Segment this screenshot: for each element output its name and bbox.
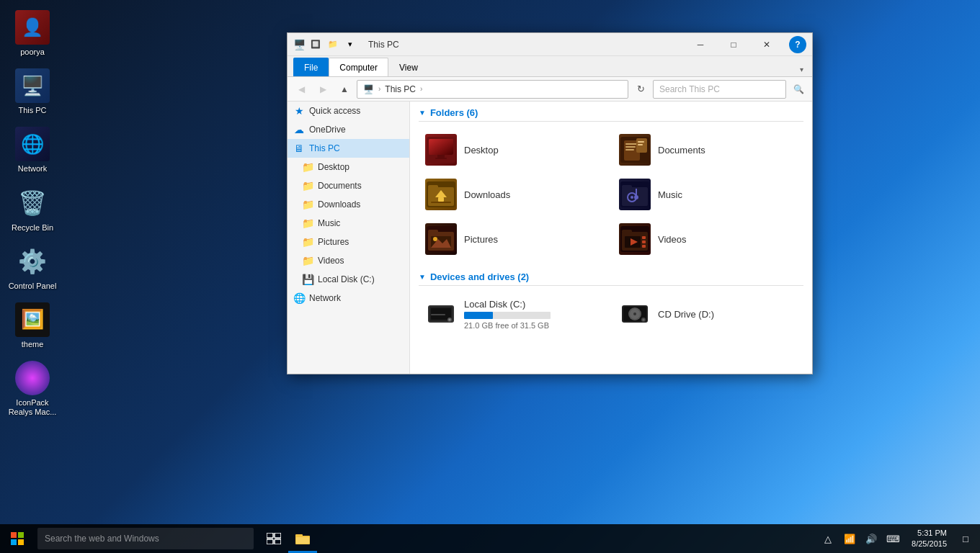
help-button[interactable]: ? xyxy=(789,36,806,53)
search-button[interactable]: 🔍 xyxy=(789,80,808,99)
sidebar-item-network[interactable]: 🌐 Network xyxy=(288,289,409,307)
svg-rect-18 xyxy=(431,202,451,203)
sidebar-item-pictures[interactable]: 📁 Pictures xyxy=(288,233,409,251)
this-pc-icon: 🖥 xyxy=(293,143,305,154)
sidebar-label-network: Network xyxy=(309,293,341,303)
folder-item-documents[interactable]: Documents xyxy=(612,129,803,171)
address-bar: ◀ ▶ ▲ 🖥️ › This PC › ↻ 🔍 xyxy=(288,77,812,102)
notifications-icon[interactable]: △ xyxy=(819,530,837,547)
svg-rect-54 xyxy=(18,532,24,538)
folder-item-downloads[interactable]: Downloads xyxy=(419,174,610,215)
main-content: ▼ Folders (6) xyxy=(410,102,812,374)
path-this-pc: This PC xyxy=(385,84,416,94)
sidebar-item-documents[interactable]: 📁 Documents xyxy=(288,176,409,195)
qa-properties-icon[interactable]: 🔲 xyxy=(308,37,324,53)
task-view-button[interactable] xyxy=(259,524,288,553)
ribbon-expand-icon[interactable]: ▾ xyxy=(797,63,806,76)
svg-rect-59 xyxy=(267,539,273,544)
up-button[interactable]: ▲ xyxy=(335,80,354,99)
desktop-icon-control-panel[interactable]: ⚙️ Control Panel xyxy=(4,241,61,294)
desktop-icon-label-control-panel: Control Panel xyxy=(9,282,57,291)
address-path[interactable]: 🖥️ › This PC › xyxy=(357,80,628,99)
music-folder-icon: 📁 xyxy=(302,217,313,229)
taskbar-middle xyxy=(259,524,317,553)
desktop-icon-poorya[interactable]: 👤 poorya xyxy=(4,7,61,60)
ribbon: File Computer View ▾ xyxy=(288,56,812,77)
sidebar-item-quick-access[interactable]: ★ Quick access xyxy=(288,102,409,120)
drives-section-header[interactable]: ▼ Devices and drives (2) xyxy=(419,271,803,286)
folder-item-music[interactable]: Music xyxy=(612,174,803,215)
svg-rect-53 xyxy=(11,532,17,538)
sidebar-item-videos[interactable]: 📁 Videos xyxy=(288,251,409,270)
folder-label-videos: Videos xyxy=(658,234,687,245)
sidebar-item-downloads[interactable]: 📁 Downloads xyxy=(288,195,409,214)
taskbar: △ 📶 🔊 ⌨ 5:31 PM 8/25/2015 □ xyxy=(0,524,980,553)
local-disk-c-bar-fill xyxy=(464,312,493,319)
pictures-folder-icon: 📁 xyxy=(302,236,313,248)
sidebar-label-videos: Videos xyxy=(318,256,344,266)
close-button[interactable]: ✕ xyxy=(750,33,783,56)
svg-rect-17 xyxy=(438,197,444,202)
svg-rect-28 xyxy=(428,230,438,233)
window-icon: 🖥️ xyxy=(293,39,305,50)
local-disk-c-bar-container xyxy=(464,312,551,319)
network-status-icon[interactable]: 📶 xyxy=(841,530,858,547)
downloads-folder-thumbnail xyxy=(425,179,457,210)
drive-item-local-disk-c[interactable]: Local Disk (C:) 21.0 GB free of 31.5 GB xyxy=(419,293,610,335)
action-center-icon[interactable]: □ xyxy=(957,530,974,547)
videos-folder-thumbnail xyxy=(619,223,651,255)
desktop-icon-label-iconpack: IconPackRealys Mac... xyxy=(9,398,57,417)
desktop-folder-thumbnail xyxy=(425,134,457,166)
desktop-icons-container: 👤 poorya 🖥️ This PC 🌐 Network 🗑️ Recycle… xyxy=(0,0,65,433)
desktop-icon-network[interactable]: 🌐 Network xyxy=(4,124,61,176)
ribbon-tabs: File Computer View ▾ xyxy=(288,56,812,76)
explorer-window: 🖥️ 🔲 📁 ▾ This PC ─ □ ✕ ? File Computer V… xyxy=(287,32,813,374)
sidebar-item-onedrive[interactable]: ☁ OneDrive xyxy=(288,120,409,139)
taskbar-clock[interactable]: 5:31 PM 8/25/2015 xyxy=(906,528,953,550)
forward-button[interactable]: ▶ xyxy=(313,80,332,99)
sidebar-label-this-pc: This PC xyxy=(309,143,340,153)
sidebar-label-pictures: Pictures xyxy=(318,237,349,247)
desktop-icon-this-pc[interactable]: 🖥️ This PC xyxy=(4,66,61,118)
desktop-icon-label-this-pc: This PC xyxy=(18,106,46,115)
sidebar-item-this-pc[interactable]: 🖥 This PC xyxy=(288,139,409,158)
tab-computer[interactable]: Computer xyxy=(329,58,388,76)
keyboard-icon[interactable]: ⌨ xyxy=(884,530,901,547)
tab-view[interactable]: View xyxy=(388,58,429,76)
back-button[interactable]: ◀ xyxy=(292,80,311,99)
folders-section-header[interactable]: ▼ Folders (6) xyxy=(419,107,803,122)
tab-file[interactable]: File xyxy=(293,58,329,76)
drives-chevron-icon: ▼ xyxy=(419,273,426,281)
sidebar-item-local-disk[interactable]: 💾 Local Disk (C:) xyxy=(288,270,409,289)
qa-newitem-icon[interactable]: 📁 xyxy=(325,37,341,53)
folders-section-title: Folders (6) xyxy=(430,107,478,118)
folder-item-videos[interactable]: Videos xyxy=(612,218,803,260)
sidebar-item-desktop[interactable]: 📁 Desktop xyxy=(288,158,409,176)
svg-rect-21 xyxy=(622,185,632,189)
svg-rect-4 xyxy=(435,158,447,159)
search-input[interactable] xyxy=(653,80,786,99)
svg-point-44 xyxy=(449,319,451,321)
maximize-button[interactable]: □ xyxy=(717,33,750,56)
sidebar-item-music[interactable]: 📁 Music xyxy=(288,214,409,233)
svg-point-52 xyxy=(643,319,645,321)
folder-item-pictures[interactable]: Pictures xyxy=(419,218,610,260)
title-bar: 🖥️ 🔲 📁 ▾ This PC ─ □ ✕ ? xyxy=(288,33,812,56)
minimize-button[interactable]: ─ xyxy=(684,33,717,56)
volume-icon[interactable]: 🔊 xyxy=(863,530,880,547)
local-disk-c-name: Local Disk (C:) xyxy=(464,299,551,310)
start-button[interactable] xyxy=(0,524,35,553)
local-disk-c-free: 21.0 GB free of 31.5 GB xyxy=(464,321,551,330)
refresh-button[interactable]: ↻ xyxy=(631,80,650,99)
folder-label-music: Music xyxy=(658,189,682,200)
qa-dropdown-icon[interactable]: ▾ xyxy=(342,37,358,53)
folder-label-documents: Documents xyxy=(658,145,705,156)
desktop-icon-iconpack[interactable]: IconPackRealys Mac... xyxy=(4,358,61,420)
file-explorer-taskbar-button[interactable] xyxy=(288,524,317,553)
folder-item-desktop[interactable]: Desktop xyxy=(419,129,610,171)
taskbar-search-input[interactable] xyxy=(37,528,254,549)
desktop-icon-recycle-bin[interactable]: 🗑️ Recycle Bin xyxy=(4,183,61,235)
drive-item-cd-drive-d[interactable]: CD Drive (D:) xyxy=(612,293,803,335)
svg-rect-58 xyxy=(275,533,281,538)
desktop-icon-theme[interactable]: 🖼️ theme xyxy=(4,300,61,352)
